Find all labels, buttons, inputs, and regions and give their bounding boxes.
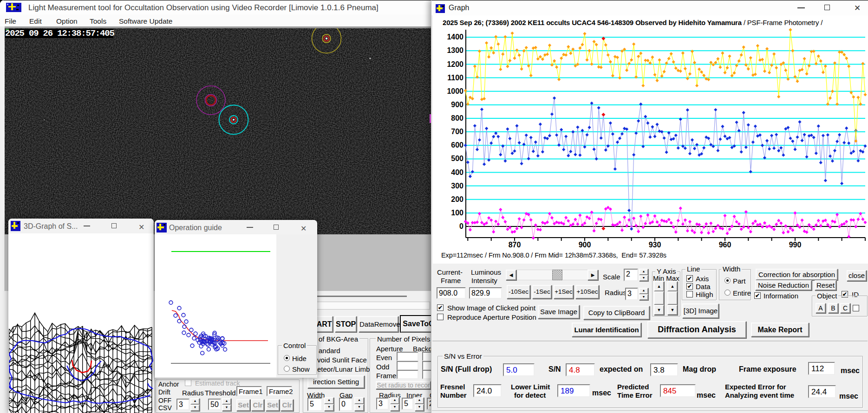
svg-text:300: 300	[451, 182, 463, 190]
svg-text:900: 900	[579, 241, 591, 249]
svg-text:900: 900	[451, 101, 463, 109]
svg-text:1400: 1400	[447, 33, 463, 41]
svg-text:930: 930	[649, 241, 661, 249]
svg-text:960: 960	[719, 241, 731, 249]
svg-text:0: 0	[459, 222, 463, 230]
svg-text:100: 100	[451, 209, 463, 217]
svg-text:1300: 1300	[447, 46, 463, 54]
svg-text:600: 600	[451, 141, 463, 149]
svg-text:500: 500	[451, 155, 463, 162]
svg-text:870: 870	[509, 241, 521, 249]
svg-text:200: 200	[451, 195, 463, 203]
svg-text:1200: 1200	[447, 60, 463, 68]
svg-text:700: 700	[451, 128, 463, 136]
svg-text:1100: 1100	[447, 74, 463, 82]
svg-text:990: 990	[789, 241, 802, 249]
svg-text:800: 800	[451, 114, 463, 122]
svg-text:400: 400	[451, 168, 463, 176]
svg-text:1000: 1000	[447, 87, 463, 95]
